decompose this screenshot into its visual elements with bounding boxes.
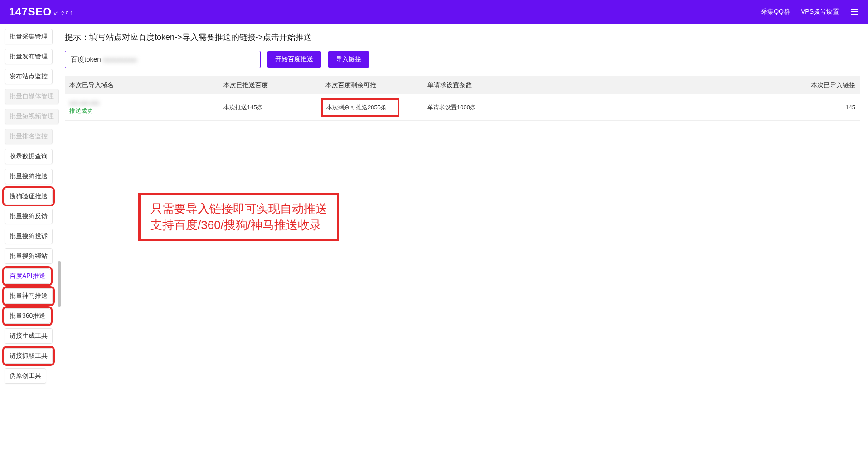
table-row: xxx.xxx.xxx 推送成功 本次推送145条 本次剩余可推送2855条 单…	[65, 94, 860, 121]
cell-remaining: 本次剩余可推送2855条	[321, 94, 423, 121]
sidebar-item-8[interactable]: 搜狗验证推送	[5, 189, 53, 204]
col-remaining: 本次百度剩余可推	[321, 76, 423, 94]
start-baidu-push-button[interactable]: 开始百度推送	[267, 51, 321, 68]
sidebar-item-11[interactable]: 批量搜狗绑站	[5, 248, 53, 264]
sidebar-item-4: 批量短视频管理	[5, 109, 59, 124]
table-header-row: 本次已导入域名 本次已推送百度 本次百度剩余可推 单请求设置条数 本次已导入链接	[65, 76, 860, 94]
sidebar-item-15[interactable]: 链接生成工具	[5, 328, 53, 344]
sidebar-item-12[interactable]: 百度API推送	[5, 268, 50, 284]
col-per-request: 单请求设置条数	[423, 76, 650, 94]
col-domain: 本次已导入域名	[65, 76, 219, 94]
sidebar-item-10[interactable]: 批量搜狗投诉	[5, 229, 53, 244]
sidebar-item-9[interactable]: 批量搜狗反馈	[5, 209, 53, 224]
sidebar-item-3: 批量自媒体管理	[5, 89, 59, 104]
sidebar-item-17[interactable]: 伪原创工具	[5, 368, 46, 384]
annotation-overlay: 只需要导入链接即可实现自动推送 支持百度/360/搜狗/神马推送收录	[138, 193, 339, 241]
sidebar-item-6[interactable]: 收录数据查询	[5, 149, 53, 164]
sidebar-item-2[interactable]: 发布站点监控	[5, 69, 53, 84]
cell-per-request: 单请求设置1000条	[423, 94, 650, 121]
hamburger-menu-icon[interactable]	[850, 8, 859, 15]
app-title: 147SEO	[9, 5, 52, 18]
annotation-line2: 支持百度/360/搜狗/神马推送收录	[150, 217, 327, 233]
token-prefix: 百度tokenf	[71, 55, 103, 64]
cell-imported: 145	[650, 94, 860, 121]
cell-domain: xxx.xxx.xxx 推送成功	[65, 94, 219, 121]
annotation-line1: 只需要导入链接即可实现自动推送	[150, 200, 327, 217]
sidebar-scrollbar[interactable]	[58, 261, 61, 307]
sidebar-item-16[interactable]: 链接抓取工具	[5, 348, 53, 364]
app-header: 147SEO v1.2.9.1 采集QQ群 VPS拨号设置	[0, 0, 868, 24]
sidebar-item-5: 批量排名监控	[5, 129, 53, 144]
cell-pushed: 本次推送145条	[219, 94, 321, 121]
qq-group-link[interactable]: 采集QQ群	[761, 8, 790, 16]
sidebar-item-14[interactable]: 批量360推送	[5, 308, 50, 324]
push-status-table: 本次已导入域名 本次已推送百度 本次百度剩余可推 单请求设置条数 本次已导入链接…	[65, 76, 860, 121]
sidebar-item-0[interactable]: 批量采集管理	[5, 29, 53, 44]
tip-text: 提示：填写站点对应百度token->导入需要推送的链接->点击开始推送	[65, 32, 860, 43]
vps-settings-link[interactable]: VPS拨号设置	[801, 8, 839, 16]
baidu-token-input[interactable]: 百度tokenfxxxxxxxxxx	[65, 51, 261, 68]
push-success-label: 推送成功	[69, 107, 214, 115]
domain-text: xxx.xxx.xxx	[69, 99, 214, 106]
header-brand: 147SEO v1.2.9.1	[9, 5, 73, 18]
import-links-button[interactable]: 导入链接	[328, 51, 369, 68]
header-actions: 采集QQ群 VPS拨号设置	[761, 8, 859, 16]
app-version: v1.2.9.1	[54, 10, 73, 17]
input-row: 百度tokenfxxxxxxxxxx 开始百度推送 导入链接	[65, 51, 860, 68]
token-blur: xxxxxxxxxx	[103, 56, 137, 63]
sidebar-item-13[interactable]: 批量神马推送	[5, 288, 53, 304]
main-content: 提示：填写站点对应百度token->导入需要推送的链接->点击开始推送 百度to…	[61, 24, 868, 389]
sidebar-nav: 批量采集管理批量发布管理发布站点监控批量自媒体管理批量短视频管理批量排名监控收录…	[0, 24, 61, 389]
sidebar-item-7[interactable]: 批量搜狗推送	[5, 169, 53, 184]
remaining-highlight: 本次剩余可推送2855条	[321, 98, 399, 117]
col-pushed: 本次已推送百度	[219, 76, 321, 94]
col-imported: 本次已导入链接	[650, 76, 860, 94]
sidebar-item-1[interactable]: 批量发布管理	[5, 49, 53, 64]
